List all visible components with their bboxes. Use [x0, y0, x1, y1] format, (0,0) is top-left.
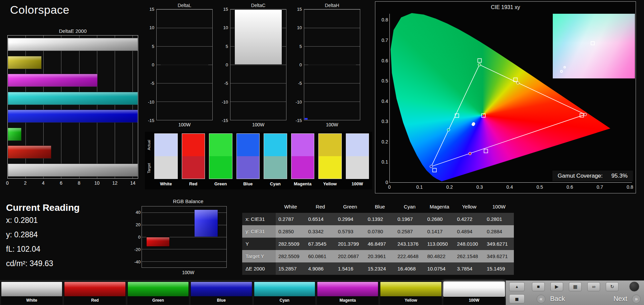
pattern-window-button[interactable]: ▦ [569, 282, 582, 291]
table-cell: 15.1459 [484, 266, 514, 271]
y-tick-label: 15 [223, 7, 228, 12]
swatch-column-white: White [154, 133, 178, 189]
play-button[interactable]: ▶ [550, 282, 563, 291]
x-axis-label: 100W [156, 122, 213, 127]
gridline [157, 102, 212, 102]
y-tick-label: 0.8 [377, 17, 388, 22]
column-header: Cyan [395, 204, 425, 209]
y-tick-label: 0.2 [377, 139, 388, 144]
pattern-button-cyan[interactable]: Cyan [254, 282, 315, 305]
swatch-pair [346, 133, 369, 179]
pattern-button-blue[interactable]: Blue [191, 282, 252, 305]
rgb-balance-title: RGB Balance [142, 198, 235, 204]
y-tick-label: 0 [300, 62, 302, 67]
media-button-group: ■▶▦∞↻ [532, 282, 619, 291]
chart-title: DeltaH [304, 3, 360, 8]
table-cell: 0.0780 [365, 229, 395, 234]
target-swatch [319, 156, 341, 179]
record-indicator[interactable] [629, 282, 639, 292]
row-label: Y [242, 238, 276, 250]
deltae-bar-cyan [8, 92, 138, 105]
y-tick-label: 0 [152, 62, 154, 67]
pattern-window-icon: ▦ [573, 284, 577, 289]
x-tick-label: 0.8 [627, 184, 633, 190]
pattern-button-red[interactable]: Red [64, 282, 125, 305]
pattern-button-white[interactable]: White [1, 282, 62, 305]
x-tick-label: 8 [78, 180, 80, 186]
y-tick-label: -10 [222, 99, 228, 104]
gridline [142, 249, 226, 249]
delta-value-bar [234, 9, 282, 65]
table-cell: 80.4822 [425, 253, 454, 259]
next-chevron-icon[interactable]: » [632, 295, 641, 303]
pattern-button-yellow[interactable]: Yellow [380, 282, 441, 305]
column-header: 100W [484, 204, 514, 209]
play-icon: ▶ [555, 284, 559, 289]
table-cell: 202.0687 [335, 253, 365, 259]
y-axis-labels: 151050-5-10-15 [294, 9, 304, 120]
actual-swatch [264, 134, 287, 156]
table-row: y: CIE310.28500.33420.57930.07800.25870.… [242, 225, 514, 238]
gamut-coverage-badge: Gamut Coverage: 95.3% [552, 171, 633, 181]
gridline [304, 120, 360, 120]
target-swatch [209, 156, 232, 179]
refresh-button[interactable]: ↻ [606, 282, 619, 291]
column-header: Blue [365, 204, 395, 209]
display-window-button[interactable]: ◼ [509, 294, 525, 303]
table-cell: 0.2787 [276, 216, 306, 222]
target-marker [455, 114, 459, 117]
collapse-up-button[interactable]: ▲ [509, 282, 525, 291]
x-tick-label: 6 [60, 180, 62, 186]
gridline [157, 83, 212, 83]
row-label: ΔE 2000 [242, 262, 276, 275]
y-tick-label: 0.4 [377, 99, 388, 104]
chart-plot [304, 9, 360, 120]
pattern-button-green[interactable]: Green [127, 282, 189, 305]
table-cell: 1.5416 [335, 266, 365, 271]
pattern-swatch [254, 282, 315, 297]
y-tick-label: 20 [136, 222, 141, 227]
back-button[interactable]: Back [550, 295, 565, 303]
swatch-label: Cyan [264, 181, 287, 186]
table-cell: 113.0050 [425, 241, 454, 247]
next-button[interactable]: Next [613, 295, 627, 303]
stop-button[interactable]: ■ [532, 282, 545, 291]
chart-body: 151050-5-10-15 [294, 9, 360, 120]
inset-measured-marker [560, 70, 563, 73]
pattern-button-100w[interactable]: 100W [443, 282, 505, 305]
x-tick-label: 14 [130, 180, 136, 186]
rgb-balance-body: 40200-20-40 [134, 206, 235, 268]
measured-marker [472, 122, 475, 125]
table-cell: 0.2680 [425, 216, 454, 222]
gridline [157, 28, 212, 28]
back-chevron-icon[interactable]: « [537, 295, 545, 303]
current-reading-values: x: 0.2801y: 0.2884fL: 102.04cd/m²: 349.6… [6, 213, 79, 271]
chevron-up-icon: ▲ [515, 285, 519, 289]
pattern-button-magenta[interactable]: Magenta [317, 282, 378, 305]
zero-value-bar [308, 64, 356, 65]
gridline [304, 28, 360, 28]
meter-controls: ▲ ■▶▦∞↻ ◼ « Back Next » [506, 281, 644, 305]
table-cell: 201.3799 [335, 241, 365, 247]
swatch-column-magenta: Magenta [291, 133, 315, 189]
deltae-bar-row [8, 89, 138, 108]
measured-marker [447, 128, 450, 131]
continuous-read-button[interactable]: ∞ [587, 282, 600, 291]
target-row-label: Target [147, 157, 151, 180]
target-marker [484, 149, 488, 153]
current-reading-panel: Current Reading x: 0.2801y: 0.2884fL: 10… [6, 202, 79, 271]
deltae-bar-row [8, 54, 138, 72]
measured-marker [430, 165, 433, 168]
y-tick-label: 0 [138, 235, 141, 240]
table-cell: 248.0100 [454, 241, 484, 247]
measured-marker [584, 113, 587, 116]
swatch-pair [209, 133, 232, 179]
chart-body: 151050-5-10-15 [220, 9, 286, 120]
gridline [230, 65, 286, 65]
table-cell: 0.4894 [454, 229, 484, 234]
reading-line: fL: 102.04 [6, 242, 79, 256]
actual-swatch [346, 134, 369, 156]
x-tick-label: 12 [112, 180, 118, 186]
swatch-pair [264, 133, 287, 179]
deltae-bar-blue [8, 110, 138, 123]
